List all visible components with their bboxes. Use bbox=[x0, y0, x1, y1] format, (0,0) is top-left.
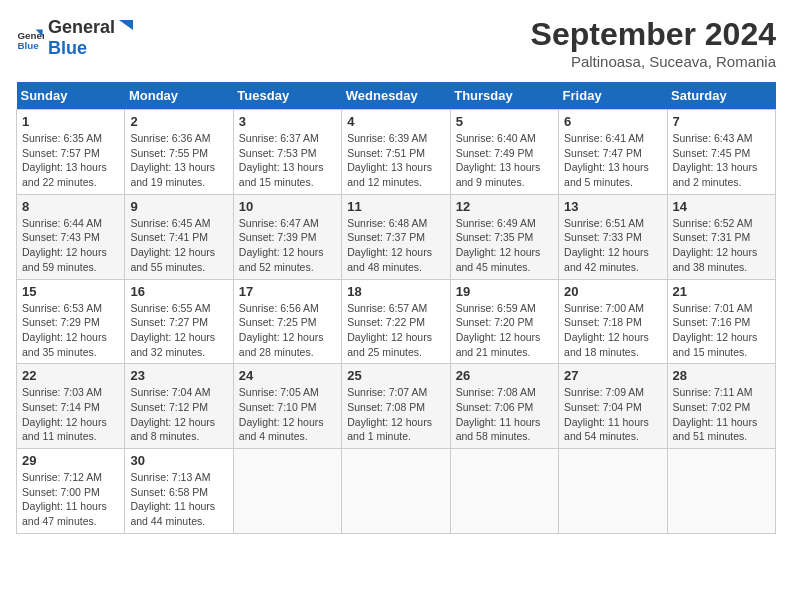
calendar-week-row: 8Sunrise: 6:44 AMSunset: 7:43 PMDaylight… bbox=[17, 194, 776, 279]
calendar-cell: 23Sunrise: 7:04 AMSunset: 7:12 PMDayligh… bbox=[125, 364, 233, 449]
weekday-header-sunday: Sunday bbox=[17, 82, 125, 110]
day-info: Sunrise: 6:48 AMSunset: 7:37 PMDaylight:… bbox=[347, 216, 444, 275]
day-number: 16 bbox=[130, 284, 227, 299]
day-number: 6 bbox=[564, 114, 661, 129]
logo-arrow-icon bbox=[115, 16, 137, 38]
day-info: Sunrise: 7:03 AMSunset: 7:14 PMDaylight:… bbox=[22, 385, 119, 444]
day-number: 28 bbox=[673, 368, 770, 383]
day-number: 23 bbox=[130, 368, 227, 383]
day-number: 19 bbox=[456, 284, 553, 299]
day-number: 18 bbox=[347, 284, 444, 299]
day-number: 21 bbox=[673, 284, 770, 299]
calendar-table: SundayMondayTuesdayWednesdayThursdayFrid… bbox=[16, 82, 776, 534]
svg-text:Blue: Blue bbox=[17, 40, 39, 51]
day-number: 30 bbox=[130, 453, 227, 468]
day-info: Sunrise: 6:40 AMSunset: 7:49 PMDaylight:… bbox=[456, 131, 553, 190]
day-number: 8 bbox=[22, 199, 119, 214]
day-info: Sunrise: 6:44 AMSunset: 7:43 PMDaylight:… bbox=[22, 216, 119, 275]
calendar-cell: 27Sunrise: 7:09 AMSunset: 7:04 PMDayligh… bbox=[559, 364, 667, 449]
day-info: Sunrise: 6:56 AMSunset: 7:25 PMDaylight:… bbox=[239, 301, 336, 360]
day-info: Sunrise: 7:05 AMSunset: 7:10 PMDaylight:… bbox=[239, 385, 336, 444]
calendar-body: 1Sunrise: 6:35 AMSunset: 7:57 PMDaylight… bbox=[17, 110, 776, 534]
day-number: 25 bbox=[347, 368, 444, 383]
day-number: 15 bbox=[22, 284, 119, 299]
day-number: 1 bbox=[22, 114, 119, 129]
weekday-header-monday: Monday bbox=[125, 82, 233, 110]
day-info: Sunrise: 6:59 AMSunset: 7:20 PMDaylight:… bbox=[456, 301, 553, 360]
day-number: 9 bbox=[130, 199, 227, 214]
day-number: 26 bbox=[456, 368, 553, 383]
day-number: 13 bbox=[564, 199, 661, 214]
logo-blue-text: Blue bbox=[48, 38, 87, 58]
day-info: Sunrise: 6:35 AMSunset: 7:57 PMDaylight:… bbox=[22, 131, 119, 190]
calendar-cell bbox=[667, 449, 775, 534]
calendar-cell: 9Sunrise: 6:45 AMSunset: 7:41 PMDaylight… bbox=[125, 194, 233, 279]
day-info: Sunrise: 7:08 AMSunset: 7:06 PMDaylight:… bbox=[456, 385, 553, 444]
day-info: Sunrise: 7:04 AMSunset: 7:12 PMDaylight:… bbox=[130, 385, 227, 444]
calendar-cell: 7Sunrise: 6:43 AMSunset: 7:45 PMDaylight… bbox=[667, 110, 775, 195]
day-info: Sunrise: 7:00 AMSunset: 7:18 PMDaylight:… bbox=[564, 301, 661, 360]
weekday-header-friday: Friday bbox=[559, 82, 667, 110]
calendar-cell: 5Sunrise: 6:40 AMSunset: 7:49 PMDaylight… bbox=[450, 110, 558, 195]
weekday-header-saturday: Saturday bbox=[667, 82, 775, 110]
calendar-cell: 12Sunrise: 6:49 AMSunset: 7:35 PMDayligh… bbox=[450, 194, 558, 279]
calendar-header: SundayMondayTuesdayWednesdayThursdayFrid… bbox=[17, 82, 776, 110]
day-info: Sunrise: 6:36 AMSunset: 7:55 PMDaylight:… bbox=[130, 131, 227, 190]
weekday-header-wednesday: Wednesday bbox=[342, 82, 450, 110]
day-info: Sunrise: 6:57 AMSunset: 7:22 PMDaylight:… bbox=[347, 301, 444, 360]
month-title: September 2024 bbox=[531, 16, 776, 53]
calendar-cell: 16Sunrise: 6:55 AMSunset: 7:27 PMDayligh… bbox=[125, 279, 233, 364]
day-number: 11 bbox=[347, 199, 444, 214]
day-number: 22 bbox=[22, 368, 119, 383]
calendar-cell: 6Sunrise: 6:41 AMSunset: 7:47 PMDaylight… bbox=[559, 110, 667, 195]
page-header: General Blue General Blue September 2024… bbox=[16, 16, 776, 70]
day-info: Sunrise: 6:41 AMSunset: 7:47 PMDaylight:… bbox=[564, 131, 661, 190]
day-number: 27 bbox=[564, 368, 661, 383]
day-info: Sunrise: 6:45 AMSunset: 7:41 PMDaylight:… bbox=[130, 216, 227, 275]
day-info: Sunrise: 6:55 AMSunset: 7:27 PMDaylight:… bbox=[130, 301, 227, 360]
day-number: 24 bbox=[239, 368, 336, 383]
calendar-cell: 21Sunrise: 7:01 AMSunset: 7:16 PMDayligh… bbox=[667, 279, 775, 364]
day-number: 5 bbox=[456, 114, 553, 129]
day-number: 7 bbox=[673, 114, 770, 129]
calendar-cell: 13Sunrise: 6:51 AMSunset: 7:33 PMDayligh… bbox=[559, 194, 667, 279]
calendar-week-row: 22Sunrise: 7:03 AMSunset: 7:14 PMDayligh… bbox=[17, 364, 776, 449]
calendar-cell: 15Sunrise: 6:53 AMSunset: 7:29 PMDayligh… bbox=[17, 279, 125, 364]
day-number: 12 bbox=[456, 199, 553, 214]
calendar-cell: 24Sunrise: 7:05 AMSunset: 7:10 PMDayligh… bbox=[233, 364, 341, 449]
calendar-cell bbox=[450, 449, 558, 534]
calendar-cell bbox=[342, 449, 450, 534]
calendar-cell: 18Sunrise: 6:57 AMSunset: 7:22 PMDayligh… bbox=[342, 279, 450, 364]
calendar-cell: 30Sunrise: 7:13 AMSunset: 6:58 PMDayligh… bbox=[125, 449, 233, 534]
day-info: Sunrise: 7:07 AMSunset: 7:08 PMDaylight:… bbox=[347, 385, 444, 444]
calendar-week-row: 1Sunrise: 6:35 AMSunset: 7:57 PMDaylight… bbox=[17, 110, 776, 195]
day-info: Sunrise: 6:37 AMSunset: 7:53 PMDaylight:… bbox=[239, 131, 336, 190]
logo-general-text: General bbox=[48, 17, 115, 38]
day-number: 4 bbox=[347, 114, 444, 129]
calendar-cell: 29Sunrise: 7:12 AMSunset: 7:00 PMDayligh… bbox=[17, 449, 125, 534]
calendar-cell: 4Sunrise: 6:39 AMSunset: 7:51 PMDaylight… bbox=[342, 110, 450, 195]
title-section: September 2024 Paltinoasa, Suceava, Roma… bbox=[531, 16, 776, 70]
svg-marker-3 bbox=[119, 20, 133, 30]
calendar-cell: 22Sunrise: 7:03 AMSunset: 7:14 PMDayligh… bbox=[17, 364, 125, 449]
day-number: 17 bbox=[239, 284, 336, 299]
location-text: Paltinoasa, Suceava, Romania bbox=[531, 53, 776, 70]
logo-icon: General Blue bbox=[16, 24, 44, 52]
calendar-cell: 10Sunrise: 6:47 AMSunset: 7:39 PMDayligh… bbox=[233, 194, 341, 279]
day-number: 3 bbox=[239, 114, 336, 129]
calendar-cell: 25Sunrise: 7:07 AMSunset: 7:08 PMDayligh… bbox=[342, 364, 450, 449]
calendar-cell: 3Sunrise: 6:37 AMSunset: 7:53 PMDaylight… bbox=[233, 110, 341, 195]
calendar-week-row: 15Sunrise: 6:53 AMSunset: 7:29 PMDayligh… bbox=[17, 279, 776, 364]
day-info: Sunrise: 6:43 AMSunset: 7:45 PMDaylight:… bbox=[673, 131, 770, 190]
calendar-cell: 28Sunrise: 7:11 AMSunset: 7:02 PMDayligh… bbox=[667, 364, 775, 449]
calendar-cell: 26Sunrise: 7:08 AMSunset: 7:06 PMDayligh… bbox=[450, 364, 558, 449]
day-info: Sunrise: 7:11 AMSunset: 7:02 PMDaylight:… bbox=[673, 385, 770, 444]
day-number: 14 bbox=[673, 199, 770, 214]
day-number: 20 bbox=[564, 284, 661, 299]
day-info: Sunrise: 6:52 AMSunset: 7:31 PMDaylight:… bbox=[673, 216, 770, 275]
day-info: Sunrise: 6:51 AMSunset: 7:33 PMDaylight:… bbox=[564, 216, 661, 275]
calendar-cell bbox=[233, 449, 341, 534]
calendar-cell: 1Sunrise: 6:35 AMSunset: 7:57 PMDaylight… bbox=[17, 110, 125, 195]
calendar-cell: 19Sunrise: 6:59 AMSunset: 7:20 PMDayligh… bbox=[450, 279, 558, 364]
day-info: Sunrise: 6:49 AMSunset: 7:35 PMDaylight:… bbox=[456, 216, 553, 275]
